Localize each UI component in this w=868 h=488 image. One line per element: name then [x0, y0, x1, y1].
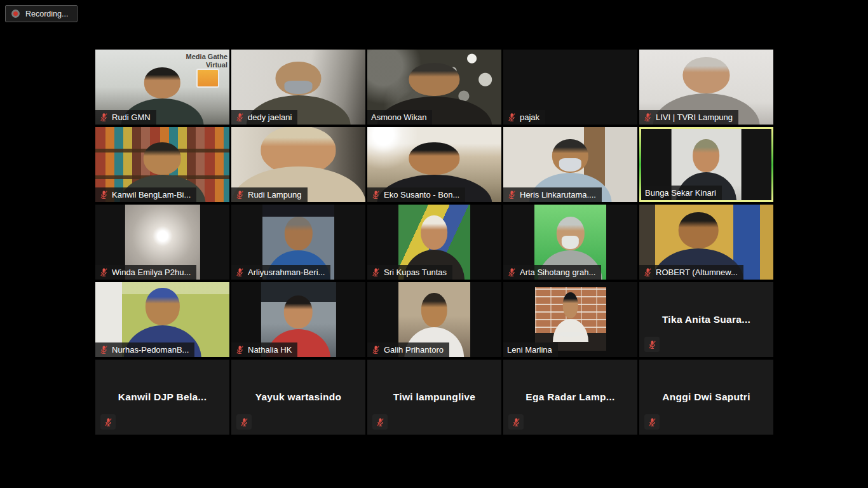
- participant-name: Nathalia HK: [248, 345, 292, 355]
- tile-tiwi-lampunglive[interactable]: Tiwi lampunglive: [367, 360, 501, 435]
- tile-galih-prihantoro[interactable]: Galih Prihantoro: [367, 282, 501, 357]
- name-label: pajak: [503, 110, 545, 125]
- tile-heris-linkarutama[interactable]: Heris Linkarutama....: [503, 127, 637, 202]
- tile-rudi-lampung[interactable]: Rudi Lampung: [231, 127, 365, 202]
- tile-arliyusrahman[interactable]: Arliyusrahman-Beri...: [231, 205, 365, 280]
- tile-leni-marlina[interactable]: Leni Marlina: [503, 282, 637, 357]
- tile-yayuk-wartasindo[interactable]: Yayuk wartasindo: [231, 360, 365, 435]
- participant-name: pajak: [520, 112, 539, 122]
- participant-name: Leni Marlina: [507, 345, 552, 355]
- muted-mic-icon: [507, 190, 517, 200]
- muted-mic-icon: [235, 112, 245, 122]
- name-label: Galih Prihantoro: [367, 342, 449, 357]
- muted-mic-icon: [99, 268, 109, 277]
- name-label: Nathalia HK: [231, 342, 297, 357]
- participant-name: Nurhas-PedomanB...: [112, 345, 189, 355]
- muted-mic-icon: [648, 340, 657, 349]
- tile-livi-tvri-lampung[interactable]: LIVI | TVRI Lampung: [639, 50, 773, 125]
- plate-detail: [557, 332, 583, 337]
- participant-name: Asmono Wikan: [371, 112, 426, 122]
- board-illustration: [196, 69, 219, 88]
- profile-photo: [535, 287, 606, 351]
- name-label: dedy jaelani: [231, 110, 297, 125]
- muted-mic-icon: [104, 417, 113, 427]
- muted-mic-icon: [235, 345, 245, 355]
- muted-mic-badge: [644, 414, 660, 430]
- name-label: ROBERT (Altumnew...: [639, 265, 743, 280]
- name-label: Nurhas-PedomanB...: [95, 342, 194, 357]
- participant-name: ROBERT (Altumnew...: [656, 268, 738, 277]
- name-label: Eko Susanto - Bon...: [367, 187, 465, 202]
- name-label: Heris Linkarutama....: [503, 187, 602, 202]
- muted-mic-icon: [376, 417, 385, 427]
- name-label: Asmono Wikan: [367, 110, 432, 125]
- tile-dedy-jaelani[interactable]: dedy jaelani: [231, 50, 365, 125]
- tile-ega-radar-lampung[interactable]: Ega Radar Lamp...: [503, 360, 637, 435]
- muted-mic-icon: [235, 190, 245, 200]
- participant-name: Arta Sihotang grah...: [520, 268, 595, 277]
- participant-name: Bunga Sekar Kinari: [645, 188, 716, 198]
- participant-name: dedy jaelani: [248, 112, 292, 122]
- tile-sri-kupas-tuntas[interactable]: Sri Kupas Tuntas: [367, 205, 501, 280]
- muted-mic-icon: [371, 345, 381, 355]
- meeting-stage: Recording... Media Gathe Virtual Rudi GM…: [0, 0, 868, 488]
- name-label: Rudi Lampung: [231, 187, 308, 202]
- name-label: Sri Kupas Tuntas: [367, 265, 452, 280]
- board-line-1: Media Gathe: [186, 53, 227, 60]
- muted-mic-icon: [512, 417, 521, 427]
- participant-name: Eko Susanto - Bon...: [384, 190, 459, 200]
- participant-name: Kanwil BengLam-Bi...: [112, 190, 191, 200]
- muted-mic-badge: [100, 414, 116, 430]
- participant-name: Rudi GMN: [112, 112, 151, 122]
- muted-mic-icon: [99, 112, 109, 122]
- muted-mic-icon: [235, 268, 245, 277]
- participant-name: LIVI | TVRI Lampung: [656, 112, 733, 122]
- name-label: LIVI | TVRI Lampung: [639, 110, 738, 125]
- tile-bunga-sekar-kinari-active-speaker[interactable]: Bunga Sekar Kinari: [639, 127, 773, 202]
- recording-dot-icon: [11, 10, 20, 18]
- whiteboard-text: Media Gathe Virtual: [186, 53, 227, 69]
- participant-name: Arliyusrahman-Beri...: [248, 268, 325, 277]
- muted-mic-icon: [643, 112, 653, 122]
- tile-kanwil-djp[interactable]: Kanwil DJP Bela...: [95, 360, 229, 435]
- tile-eko-susanto[interactable]: Eko Susanto - Bon...: [367, 127, 501, 202]
- name-label: Kanwil BengLam-Bi...: [95, 187, 196, 202]
- muted-mic-icon: [99, 190, 109, 200]
- tile-nurhas-pedoman[interactable]: Nurhas-PedomanB...: [95, 282, 229, 357]
- muted-mic-icon: [643, 268, 653, 277]
- participant-grid: Media Gathe Virtual Rudi GMN dedy jaelan…: [95, 50, 773, 435]
- tile-robert-altumnew[interactable]: ROBERT (Altumnew...: [639, 205, 773, 280]
- name-label: Arta Sihotang grah...: [503, 265, 601, 280]
- tile-anggi-dwi-saputri[interactable]: Anggi Dwi Saputri: [639, 360, 773, 435]
- tile-tika-anita[interactable]: Tika Anita Suara...: [639, 282, 773, 357]
- participant-name: Galih Prihantoro: [384, 345, 444, 355]
- name-label: Winda Emilya P2hu...: [95, 265, 196, 280]
- participant-name: Rudi Lampung: [248, 190, 302, 200]
- tile-asmono-wikan[interactable]: Asmono Wikan: [367, 50, 501, 125]
- muted-mic-icon: [507, 268, 517, 277]
- name-label: Arliyusrahman-Beri...: [231, 265, 330, 280]
- tile-winda-emilya[interactable]: Winda Emilya P2hu...: [95, 205, 229, 280]
- participant-name: Winda Emilya P2hu...: [112, 268, 191, 277]
- name-label: Bunga Sekar Kinari: [641, 186, 722, 200]
- tile-nathalia-hk[interactable]: Nathalia HK: [231, 282, 365, 357]
- muted-mic-icon: [99, 345, 109, 355]
- board-line-2: Virtual: [206, 61, 227, 69]
- muted-mic-icon: [240, 417, 249, 427]
- muted-mic-icon: [507, 112, 517, 122]
- tile-pajak[interactable]: pajak: [503, 50, 637, 125]
- participant-name: Sri Kupas Tuntas: [384, 268, 447, 277]
- muted-mic-badge: [236, 414, 252, 430]
- muted-mic-badge: [508, 414, 524, 430]
- tile-arta-sihotang[interactable]: Arta Sihotang grah...: [503, 205, 637, 280]
- tile-kanwil-benglam[interactable]: Kanwil BengLam-Bi...: [95, 127, 229, 202]
- muted-mic-badge: [372, 414, 388, 430]
- muted-mic-icon: [648, 417, 657, 427]
- muted-mic-icon: [371, 268, 381, 277]
- name-label: Leni Marlina: [503, 342, 558, 357]
- recording-indicator[interactable]: Recording...: [5, 5, 78, 22]
- tile-rudi-gmn[interactable]: Media Gathe Virtual Rudi GMN: [95, 50, 229, 125]
- participant-name: Heris Linkarutama....: [520, 190, 596, 200]
- recording-label: Recording...: [25, 10, 68, 18]
- muted-mic-badge: [644, 337, 660, 352]
